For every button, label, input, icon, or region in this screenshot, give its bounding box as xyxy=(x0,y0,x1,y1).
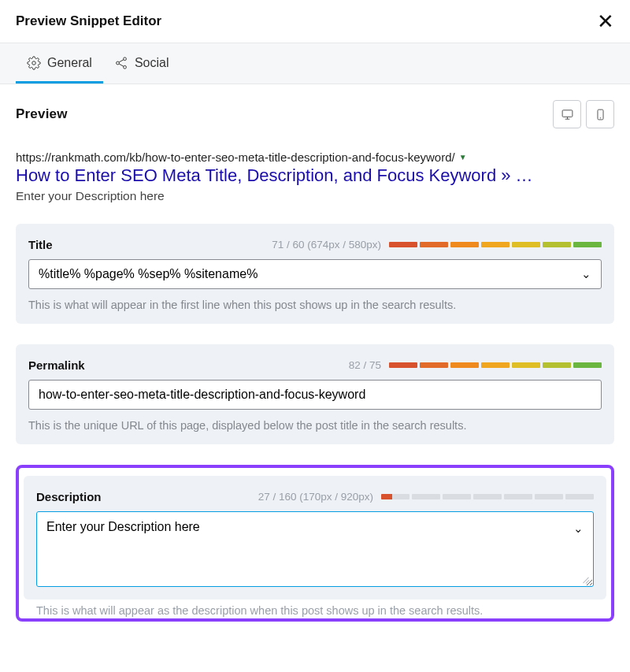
description-field[interactable]: ⌄ xyxy=(36,511,594,587)
permalink-label: Permalink xyxy=(28,358,85,372)
description-counter: 27 / 160 (170px / 920px) xyxy=(258,491,373,503)
desktop-icon xyxy=(561,108,574,121)
title-card: Title 71 / 60 (674px / 580px) ⌄ This is … xyxy=(16,224,614,324)
permalink-field[interactable] xyxy=(28,380,602,410)
description-highlight: Description 27 / 160 (170px / 920px) xyxy=(16,465,614,622)
description-input[interactable] xyxy=(46,520,561,575)
description-label: Description xyxy=(36,490,102,503)
preview-title: How to Enter SEO Meta Title, Description… xyxy=(16,165,614,186)
serp-preview: https://rankmath.com/kb/how-to-enter-seo… xyxy=(16,150,614,203)
svg-point-1 xyxy=(124,58,127,61)
permalink-input[interactable] xyxy=(39,388,591,402)
title-label: Title xyxy=(28,238,53,251)
description-card: Description 27 / 160 (170px / 920px) xyxy=(24,476,606,600)
tab-general[interactable]: General xyxy=(16,43,103,84)
tab-general-label: General xyxy=(47,56,92,70)
permalink-meter xyxy=(389,362,602,368)
caret-down-icon[interactable]: ▼ xyxy=(459,153,467,162)
permalink-counter: 82 / 75 xyxy=(349,359,381,371)
share-icon xyxy=(114,56,128,70)
title-field[interactable]: ⌄ xyxy=(28,259,602,289)
tab-bar: General Social xyxy=(0,43,630,84)
svg-line-5 xyxy=(119,64,124,66)
mobile-preview-button[interactable] xyxy=(586,100,614,128)
desktop-preview-button[interactable] xyxy=(553,100,581,128)
description-meter xyxy=(381,494,594,499)
permalink-helper: This is the unique URL of this page, dis… xyxy=(28,419,602,432)
tab-social[interactable]: Social xyxy=(103,43,180,84)
svg-point-2 xyxy=(117,61,120,65)
page-title: Preview Snippet Editor xyxy=(16,13,161,29)
chevron-down-icon[interactable]: ⌄ xyxy=(573,522,584,536)
tab-social-label: Social xyxy=(135,56,169,70)
preview-description: Enter your Description here xyxy=(16,189,614,203)
svg-point-0 xyxy=(32,61,36,65)
preview-url: https://rankmath.com/kb/how-to-enter-seo… xyxy=(16,150,455,164)
device-toggle xyxy=(553,100,614,128)
close-icon[interactable]: ✕ xyxy=(597,11,614,32)
permalink-card: Permalink 82 / 75 This is the unique URL… xyxy=(16,344,614,444)
gear-icon xyxy=(27,56,41,70)
svg-rect-6 xyxy=(562,110,573,117)
title-counter: 71 / 60 (674px / 580px) xyxy=(272,239,381,251)
mobile-icon xyxy=(594,108,607,121)
chevron-down-icon[interactable]: ⌄ xyxy=(581,267,591,281)
title-meter xyxy=(389,242,602,247)
description-helper: This is what will appear as the descript… xyxy=(24,600,606,617)
title-input[interactable] xyxy=(39,267,581,281)
svg-point-3 xyxy=(124,65,127,69)
editor-header: Preview Snippet Editor ✕ xyxy=(0,0,630,43)
svg-line-4 xyxy=(119,60,124,62)
preview-label: Preview xyxy=(16,106,68,122)
title-helper: This is what will appear in the first li… xyxy=(28,299,602,311)
resize-handle-icon[interactable] xyxy=(582,575,590,583)
